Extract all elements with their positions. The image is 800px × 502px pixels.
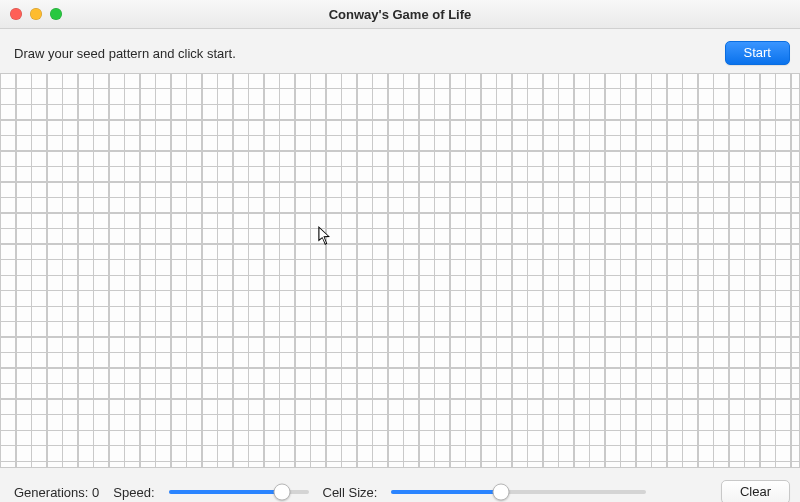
instruction-text: Draw your seed pattern and click start.: [14, 46, 236, 61]
speed-slider-fill: [169, 490, 282, 494]
cell-size-slider[interactable]: [391, 482, 646, 502]
minimize-window-button[interactable]: [30, 8, 42, 20]
window-titlebar: Conway's Game of Life: [0, 0, 800, 29]
top-bar: Draw your seed pattern and click start. …: [0, 29, 800, 73]
life-grid[interactable]: [0, 73, 800, 468]
cell-size-slider-fill: [391, 490, 501, 494]
cell-size-slider-thumb[interactable]: [493, 484, 510, 501]
generations-readout: Generations: 0: [14, 485, 99, 500]
speed-slider-track: [169, 490, 309, 494]
footer-bar: Generations: 0 Speed: Cell Size: Clear: [0, 476, 800, 502]
window-title: Conway's Game of Life: [0, 7, 800, 22]
cell-size-slider-track: [391, 490, 646, 494]
clear-button[interactable]: Clear: [721, 480, 790, 502]
zoom-window-button[interactable]: [50, 8, 62, 20]
window-controls: [0, 8, 62, 20]
speed-slider-thumb[interactable]: [273, 484, 290, 501]
speed-label: Speed:: [113, 485, 154, 500]
speed-slider[interactable]: [169, 482, 309, 502]
cell-size-label: Cell Size:: [323, 485, 378, 500]
generations-label: Generations:: [14, 485, 88, 500]
close-window-button[interactable]: [10, 8, 22, 20]
grid-container: [0, 73, 800, 468]
mouse-cursor-icon: [318, 226, 332, 246]
generations-value: 0: [92, 485, 99, 500]
start-button[interactable]: Start: [725, 41, 790, 65]
